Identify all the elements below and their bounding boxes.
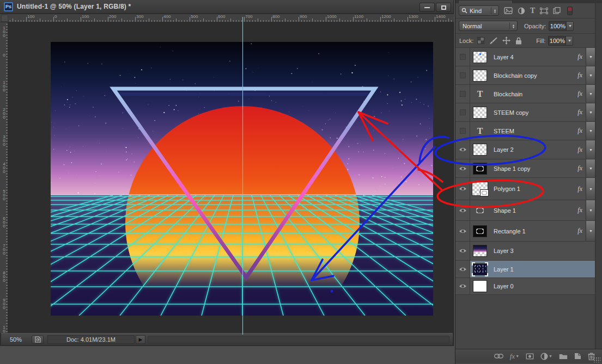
panel-scrollbar-track[interactable] xyxy=(595,3,602,349)
layer-name[interactable]: Layer 0 xyxy=(494,283,514,289)
filter-adjustment-layers-icon[interactable] xyxy=(518,7,525,15)
blend-mode-select[interactable]: Normal ▲▼ xyxy=(459,21,518,31)
fx-expand-button[interactable]: ▼ xyxy=(586,48,595,66)
filter-type-layers-icon[interactable]: T xyxy=(530,7,535,15)
maximize-button[interactable] xyxy=(436,3,451,12)
layer-row-polygon-1[interactable]: Polygon 1fx▼ xyxy=(455,178,595,200)
status-menu-button[interactable]: ▶ xyxy=(136,335,145,344)
visibility-toggle[interactable] xyxy=(455,140,470,159)
new-layer-icon[interactable] xyxy=(574,353,581,360)
layer-name[interactable]: Layer 2 xyxy=(494,146,514,153)
layer-thumbnail[interactable] xyxy=(470,280,490,292)
ruler-origin-box[interactable] xyxy=(1,15,8,22)
layer-thumbnail[interactable] xyxy=(470,245,490,257)
layer-row-shape-1-copy[interactable]: Shape 1 copyfx▼ xyxy=(455,159,595,178)
fx-expand-button[interactable]: ▼ xyxy=(586,178,595,200)
layer-name[interactable]: Polygon 1 xyxy=(494,186,520,192)
layer-name[interactable]: STEEM xyxy=(494,128,514,134)
layer-row-layer-3[interactable]: Layer 3 xyxy=(455,242,595,261)
document-window: Ps Untitled-1 @ 50% (Layer 1, RGB/8) * 1… xyxy=(0,0,454,346)
layer-thumbnail[interactable] xyxy=(470,70,490,82)
visibility-toggle[interactable] xyxy=(455,66,470,84)
fx-expand-button[interactable]: ▼ xyxy=(586,103,595,121)
layer-thumbnail[interactable] xyxy=(470,107,490,119)
layer-name[interactable]: Blockchain copy xyxy=(494,72,537,79)
chevron-down-icon[interactable]: ▼ xyxy=(566,22,573,30)
layer-thumbnail[interactable]: T xyxy=(470,125,490,137)
layer-thumbnail[interactable]: T xyxy=(470,88,490,100)
document-size-info[interactable]: Doc: 4.01M/23.1M xyxy=(47,335,135,344)
layer-thumbnail[interactable] xyxy=(470,263,490,275)
ruler-tick xyxy=(151,20,152,22)
layer-name[interactable]: Shape 1 copy xyxy=(494,165,530,172)
layer-thumbnail[interactable] xyxy=(470,51,490,63)
layer-row-layer-0[interactable]: Layer 0 xyxy=(455,278,595,295)
link-layers-icon[interactable] xyxy=(494,354,503,359)
layer-row-layer-4[interactable]: Layer 4fx▼ xyxy=(455,48,595,66)
layer-row-blockchain-copy[interactable]: Blockchain copyfx▼ xyxy=(455,66,595,85)
layer-row-steem-copy[interactable]: STEEM copyfx▼ xyxy=(455,103,595,122)
new-group-icon[interactable] xyxy=(559,353,568,360)
layer-row-blockchain[interactable]: TBlockchainfx▼ xyxy=(455,85,595,103)
layer-thumbnail[interactable] xyxy=(470,182,490,196)
visibility-toggle[interactable] xyxy=(455,261,470,277)
fill-value-box[interactable]: 100% ▼ xyxy=(548,36,573,46)
filter-toggle-switch[interactable] xyxy=(567,7,573,15)
canvas[interactable] xyxy=(51,42,433,316)
layer-name[interactable]: STEEM copy xyxy=(494,109,528,116)
layer-thumbnail[interactable] xyxy=(470,163,490,175)
filter-kind-select[interactable]: Kind ▲▼ xyxy=(459,5,499,16)
status-page-icon[interactable] xyxy=(32,335,44,344)
lock-position-icon[interactable] xyxy=(502,36,510,45)
visibility-toggle[interactable] xyxy=(455,48,470,66)
fx-expand-button[interactable]: ▼ xyxy=(586,122,595,140)
minimize-button[interactable] xyxy=(419,3,435,12)
visibility-toggle[interactable] xyxy=(455,242,470,260)
visibility-toggle[interactable] xyxy=(455,278,470,294)
opacity-value-box[interactable]: 100% ▼ xyxy=(549,21,574,31)
layer-row-rectangle-1[interactable]: Rectangle 1fx▼ xyxy=(455,221,595,242)
visibility-toggle[interactable] xyxy=(455,178,470,200)
fx-expand-button[interactable]: ▼ xyxy=(586,221,595,241)
lock-transparency-icon[interactable] xyxy=(477,37,484,44)
panel-resize-grip[interactable] xyxy=(593,357,601,362)
layer-thumbnail[interactable] xyxy=(470,225,490,237)
filter-smart-objects-icon[interactable] xyxy=(553,7,561,14)
filter-shape-layers-icon[interactable] xyxy=(540,8,548,14)
layers-list-empty-area[interactable] xyxy=(455,295,595,349)
layer-row-layer-2[interactable]: Layer 2fx▼ xyxy=(455,140,595,159)
fx-expand-button[interactable]: ▼ xyxy=(586,159,595,177)
visibility-toggle[interactable] xyxy=(455,103,470,121)
lock-paint-icon[interactable] xyxy=(489,37,497,45)
fx-expand-button[interactable]: ▼ xyxy=(586,200,595,220)
layer-name[interactable]: Rectangle 1 xyxy=(494,228,526,235)
visibility-toggle[interactable] xyxy=(455,221,470,241)
visibility-toggle[interactable] xyxy=(455,200,470,220)
new-adjustment-layer-icon[interactable]: ▼ xyxy=(540,353,552,360)
layer-name[interactable]: Layer 4 xyxy=(494,54,514,60)
layer-name[interactable]: Blockchain xyxy=(494,91,522,97)
horizontal-scrollbar[interactable] xyxy=(148,336,449,343)
layer-thumbnail[interactable] xyxy=(470,205,490,217)
lock-all-icon[interactable] xyxy=(515,37,522,45)
layer-row-steem[interactable]: TSTEEMfx▼ xyxy=(455,122,595,140)
fx-expand-button[interactable]: ▼ xyxy=(586,85,595,103)
visibility-toggle[interactable] xyxy=(455,85,470,103)
layer-row-shape-1[interactable]: Shape 1fx▼ xyxy=(455,200,595,221)
layer-name[interactable]: Shape 1 xyxy=(494,207,516,214)
visibility-toggle[interactable] xyxy=(455,159,470,177)
add-layer-style-icon[interactable]: fx▼ xyxy=(510,352,519,361)
filter-pixel-layers-icon[interactable] xyxy=(504,7,513,14)
visibility-toggle[interactable] xyxy=(455,122,470,140)
fx-expand-button[interactable]: ▼ xyxy=(586,140,595,159)
chevron-down-icon[interactable]: ▼ xyxy=(565,36,573,45)
layer-row-layer-1[interactable]: Layer 1 xyxy=(455,261,595,278)
layer-name[interactable]: Layer 1 xyxy=(494,266,514,273)
vector-mask-thumbnail[interactable] xyxy=(480,189,489,196)
layer-thumbnail[interactable] xyxy=(470,144,490,156)
layer-name[interactable]: Layer 3 xyxy=(494,248,514,254)
add-layer-mask-icon[interactable] xyxy=(526,353,534,360)
zoom-level[interactable]: 50% xyxy=(10,336,28,343)
document-titlebar[interactable]: Ps Untitled-1 @ 50% (Layer 1, RGB/8) * xyxy=(0,0,453,14)
fx-expand-button[interactable]: ▼ xyxy=(586,66,595,84)
